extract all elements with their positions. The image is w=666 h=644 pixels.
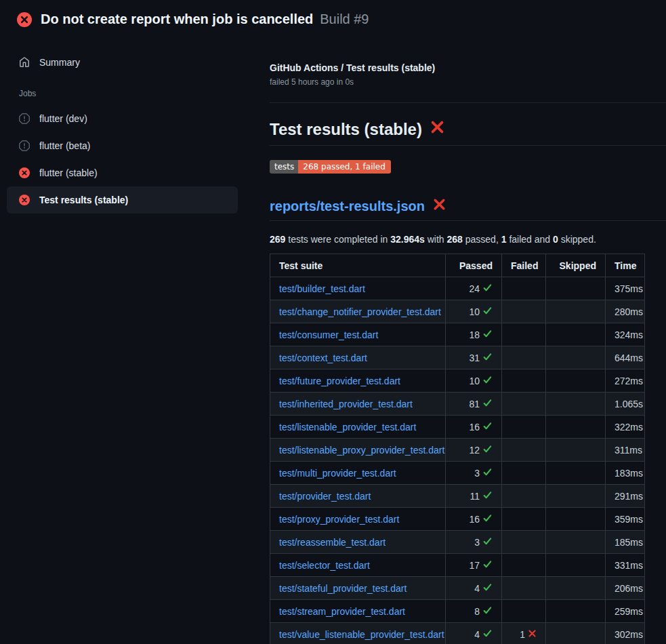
table-row: test/provider_test.dart11291ms [270, 485, 645, 508]
check-icon [482, 375, 493, 387]
job-label: flutter (dev) [39, 113, 87, 124]
test-suite-cell: test/proxy_provider_test.dart [270, 508, 446, 531]
failed-cell [502, 393, 546, 416]
check-icon [482, 628, 493, 641]
report-file-link[interactable]: reports/test-results.json [270, 199, 425, 214]
skipped-cell [546, 623, 606, 644]
table-row: test/builder_test.dart24375ms [270, 277, 645, 300]
sidebar-item-summary[interactable]: Summary [7, 49, 238, 76]
job-label: flutter (beta) [39, 140, 90, 151]
passed-cell: 81 [446, 393, 502, 416]
check-icon [482, 559, 493, 571]
passed-count: 8 [474, 606, 480, 617]
test-suite-cell: test/value_listenable_provider_test.dart [270, 623, 446, 644]
test-suite-cell: test/listenable_proxy_provider_test.dart [270, 439, 446, 462]
results-summary-text: 269 tests were completed in 32.964s with… [270, 234, 666, 245]
sidebar-job-item[interactable]: Test results (stable) [7, 186, 238, 214]
time-cell: 331ms [606, 554, 645, 577]
test-suite-cell: test/future_provider_test.dart [270, 369, 446, 393]
failed-cell [502, 462, 546, 485]
failed-cell [502, 277, 546, 300]
test-suite-link[interactable]: test/change_notifier_provider_test.dart [279, 306, 441, 317]
table-row: test/inherited_provider_test.dart811.065… [270, 393, 645, 416]
jobs-section-label: Jobs [7, 82, 238, 105]
test-suite-link[interactable]: test/value_listenable_provider_test.dart [279, 629, 444, 640]
failed-cell [502, 300, 546, 323]
time-cell: 1.065s [606, 393, 645, 416]
check-run-content: GitHub Actions / Test results (stable) f… [264, 37, 666, 644]
failed-cell [502, 439, 546, 462]
skipped-cell [546, 393, 606, 416]
failed-cell [502, 346, 546, 369]
failed-count: 1 [520, 629, 525, 640]
stop-icon [19, 113, 30, 124]
sidebar-summary-label: Summary [39, 57, 80, 68]
time-cell: 644ms [606, 346, 645, 369]
test-suite-cell: test/stream_provider_test.dart [270, 600, 446, 623]
x-circle-fill-icon [17, 12, 32, 27]
skipped-cell [546, 439, 606, 462]
column-header-passed: Passed [446, 254, 502, 277]
test-suite-cell: test/inherited_provider_test.dart [270, 393, 446, 416]
check-icon [482, 490, 493, 502]
test-suite-link[interactable]: test/multi_provider_test.dart [279, 468, 396, 479]
passed-cell: 31 [446, 346, 502, 369]
job-label: Test results (stable) [39, 195, 128, 205]
sidebar-job-item[interactable]: flutter (dev) [7, 105, 238, 132]
check-icon [482, 352, 493, 364]
table-row: test/change_notifier_provider_test.dart1… [270, 300, 645, 323]
passed-count: 3 [474, 468, 480, 479]
stop-icon [19, 140, 30, 151]
table-row: test/proxy_provider_test.dart16359ms [270, 508, 645, 531]
home-icon [19, 57, 30, 68]
check-icon [482, 467, 493, 479]
passed-count: 12 [469, 445, 480, 456]
passed-count: 24 [469, 283, 480, 294]
test-suite-link[interactable]: test/proxy_provider_test.dart [279, 514, 399, 525]
passed-cell: 3 [446, 531, 502, 554]
time-cell: 324ms [606, 323, 645, 346]
time-cell: 322ms [606, 416, 645, 439]
passed-cell: 3 [446, 462, 502, 485]
passed-count: 16 [469, 514, 480, 525]
passed-cell: 8 [446, 600, 502, 623]
test-suite-link[interactable]: test/selector_test.dart [279, 560, 370, 571]
table-row: test/multi_provider_test.dart3183ms [270, 462, 645, 485]
skipped-cell [546, 508, 606, 531]
x-circle-fill-icon [19, 195, 30, 205]
sidebar-job-item[interactable]: flutter (beta) [7, 132, 238, 159]
test-suite-link[interactable]: test/stream_provider_test.dart [279, 606, 405, 617]
passed-count: 16 [469, 422, 480, 432]
failed-cross-icon [430, 119, 445, 139]
check-run-header: Do not create report when job is cancell… [0, 0, 666, 37]
test-suite-link[interactable]: test/future_provider_test.dart [279, 376, 400, 386]
jobs-sidebar: Summary Jobs flutter (dev)flutter (beta)… [0, 37, 264, 214]
test-suite-link[interactable]: test/stateful_provider_test.dart [279, 583, 407, 594]
test-suite-link[interactable]: test/builder_test.dart [279, 283, 365, 294]
sidebar-job-item[interactable]: flutter (stable) [7, 159, 238, 186]
test-suite-link[interactable]: test/reassemble_test.dart [279, 537, 386, 548]
time-cell: 375ms [606, 277, 645, 300]
failed-cell [502, 416, 546, 439]
passed-cell: 12 [446, 439, 502, 462]
test-suite-cell: test/provider_test.dart [270, 485, 446, 508]
test-suite-link[interactable]: test/inherited_provider_test.dart [279, 399, 413, 409]
test-suite-link[interactable]: test/listenable_proxy_provider_test.dart [279, 445, 444, 456]
time-cell: 272ms [606, 369, 645, 393]
skipped-cell [546, 277, 606, 300]
skipped-cell [546, 577, 606, 600]
test-suite-link[interactable]: test/provider_test.dart [279, 491, 371, 502]
passed-cell: 11 [446, 485, 502, 508]
x-circle-fill-icon [19, 167, 30, 178]
failed-cell [502, 554, 546, 577]
check-title-text: Test results (stable) [270, 120, 422, 139]
column-header-failed: Failed [502, 254, 546, 277]
table-row: test/stateful_provider_test.dart4206ms [270, 577, 645, 600]
skipped-cell [546, 300, 606, 323]
test-suite-cell: test/context_test.dart [270, 346, 446, 369]
failed-cell [502, 323, 546, 346]
test-suite-link[interactable]: test/consumer_test.dart [279, 329, 378, 340]
test-suite-link[interactable]: test/listenable_provider_test.dart [279, 422, 416, 432]
test-suite-link[interactable]: test/context_test.dart [279, 353, 367, 363]
passed-count: 4 [474, 629, 480, 640]
